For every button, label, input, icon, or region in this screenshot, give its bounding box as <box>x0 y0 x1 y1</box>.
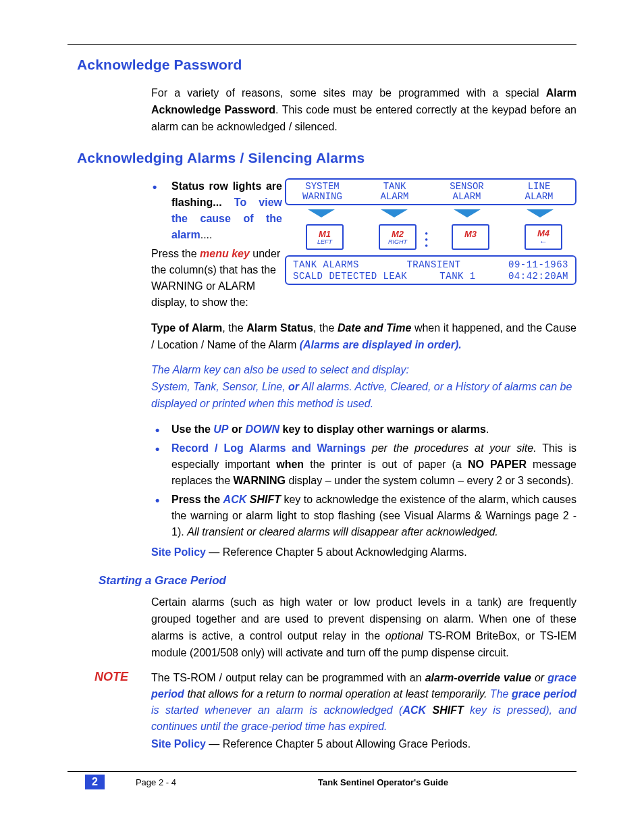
status-cell: TANK ALARM <box>358 182 431 203</box>
text: — Reference Chapter 5 about Acknowledgin… <box>206 546 467 558</box>
svg-marker-3 <box>527 209 554 217</box>
menu-key-m4: M4 ← <box>525 224 562 250</box>
text: .... <box>200 229 213 240</box>
key-sub: RIGHT <box>388 239 407 245</box>
led-row <box>285 209 576 219</box>
bullet-up-down: Use the UP or DOWN key to display other … <box>151 421 576 438</box>
site-policy-2: Site Policy — Reference Chapter 5 about … <box>151 736 576 752</box>
status-text: SYSTEM WARNING <box>286 182 358 203</box>
text: The Alarm key can also be used to select… <box>151 362 576 379</box>
heading-ack-alarms: Acknowledging Alarms / Silencing Alarms <box>77 150 576 166</box>
text: Record / Log Alarms and Warnings <box>171 442 366 454</box>
text: , the <box>222 322 246 334</box>
lcd-text: TANK ALARMS <box>293 259 359 271</box>
bullet-record-log: Record / Log Alarms and Warnings per the… <box>151 440 576 489</box>
heading-ack-password: Acknowledge Password <box>77 57 576 73</box>
note-text: NOTE <box>95 670 128 683</box>
press-menu-text: Press the menu key under the column(s) t… <box>151 246 282 311</box>
led-icon <box>504 209 576 219</box>
text: optional <box>385 630 423 642</box>
type-of-alarm-para: Type of Alarm, the Alarm Status, the Dat… <box>151 320 576 354</box>
lcd-text: 09-11-1963 <box>508 259 568 271</box>
status-cell: SYSTEM WARNING <box>286 182 358 203</box>
text: The TS-ROM / output relay can be program… <box>151 672 425 683</box>
keypad-diagram: SYSTEM WARNING TANK ALARM SENSOR ALARM L… <box>285 178 576 311</box>
key-label: M2 <box>392 230 404 238</box>
bullet-ack-shift: Press the ACK SHIFT key to acknowledge t… <box>151 492 576 540</box>
grace-period-text: grace period <box>512 688 576 700</box>
status-text: SENSOR ALARM <box>431 182 503 203</box>
status-cell: LINE ALARM <box>503 182 575 203</box>
lcd-text: TANK 1 <box>439 271 475 282</box>
note-body: The TS-ROM / output relay can be program… <box>151 670 576 752</box>
menu-key-m3: M3 <box>452 224 489 250</box>
text: — Reference Chapter 5 about Allowing Gra… <box>206 738 471 750</box>
ack-key: ACK <box>402 704 426 716</box>
svg-marker-0 <box>308 209 335 217</box>
key-label: M1 <box>319 230 331 238</box>
text: Alarm Status <box>246 322 313 334</box>
text: Press the <box>151 248 200 259</box>
text: the printer is out of paper (a <box>304 459 468 470</box>
grace-para: Certain alarms (such as high water or lo… <box>151 594 576 661</box>
status-text: LINE ALARM <box>503 182 575 203</box>
key-sub <box>470 239 472 245</box>
up-key: UP <box>213 423 228 435</box>
text: or <box>531 672 547 683</box>
arrow-left-icon: ← <box>539 239 547 246</box>
text: is started whenever an alarm is acknowle… <box>151 704 402 716</box>
text: The <box>490 688 512 700</box>
menu-key-text: menu key <box>200 248 250 259</box>
chapter-badge: 2 <box>85 775 105 789</box>
led-icon <box>358 209 431 219</box>
text: alarm-override value <box>425 672 531 683</box>
text: when <box>276 459 304 470</box>
page-number: Page 2 - 4 <box>136 777 271 787</box>
text: System, Tank, Sensor, Line, <box>151 381 288 392</box>
text: that allows for a return to normal opera… <box>184 688 490 700</box>
text: display – under the system column – ever… <box>286 475 574 486</box>
menu-key-m2: M2 RIGHT <box>379 224 417 250</box>
text: WARNING <box>234 475 286 486</box>
note-label: NOTE <box>68 670 151 752</box>
svg-marker-1 <box>381 209 408 217</box>
dots-icon: ●●● <box>425 223 428 255</box>
text: or <box>228 423 245 435</box>
led-icon <box>285 209 358 219</box>
down-key: DOWN <box>245 423 279 435</box>
text: NO PAPER <box>468 459 527 470</box>
text: Date and Time <box>338 322 411 334</box>
key-label: M3 <box>464 230 477 238</box>
text: (Alarms are displayed in order). <box>300 339 462 350</box>
key-sub: LEFT <box>317 239 332 245</box>
menu-keys-row: ●●● M1 LEFT M2 RIGHT M3 M4 <box>285 223 576 251</box>
page-footer: 2 Page 2 - 4 Tank Sentinel Operator's Gu… <box>68 771 576 789</box>
bullet-status-flashing: Status row lights are flashing... To vie… <box>151 178 282 243</box>
site-policy-label: Site Policy <box>151 738 206 750</box>
lcd-text: 04:42:20AM <box>508 271 568 282</box>
text: . <box>486 423 489 435</box>
status-row: SYSTEM WARNING TANK ALARM SENSOR ALARM L… <box>285 178 576 205</box>
lcd-display: TANK ALARMS TRANSIENT 09-11-1963 SCALD D… <box>285 255 576 285</box>
led-icon <box>431 209 504 219</box>
text: per the procedures at your site. <box>366 442 537 454</box>
status-text: TANK ALARM <box>358 182 431 203</box>
lcd-text: TRANSIENT <box>406 259 460 271</box>
svg-marker-2 <box>454 209 481 217</box>
site-policy-label: Site Policy <box>151 546 206 558</box>
status-cell: SENSOR ALARM <box>431 182 503 203</box>
menu-key-m1: M1 LEFT <box>306 224 344 250</box>
text: Use the <box>171 423 213 435</box>
italic-note: The Alarm key can also be used to select… <box>151 362 576 412</box>
ack-password-para: For a variety of reasons, some sites may… <box>151 85 576 135</box>
site-policy-1: Site Policy — Reference Chapter 5 about … <box>151 544 576 561</box>
lcd-text: SCALD DETECTED LEAK <box>293 271 407 282</box>
text: Type of Alarm <box>151 322 222 334</box>
text: Press the <box>171 494 223 505</box>
footer-title: Tank Sentinel Operator's Guide <box>271 777 576 787</box>
text: or <box>288 381 299 392</box>
ack-key: ACK <box>223 494 247 505</box>
shift-key: SHIFT <box>246 494 281 505</box>
text: All transient or cleared alarms will dis… <box>187 526 498 538</box>
text: For a variety of reasons, some sites may… <box>151 87 546 99</box>
